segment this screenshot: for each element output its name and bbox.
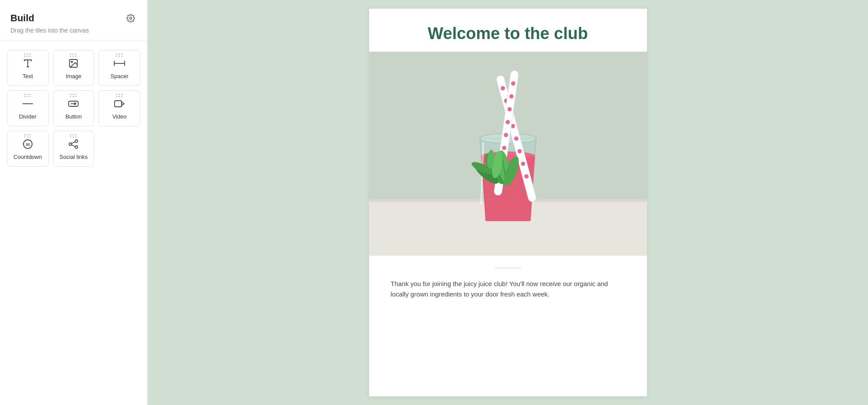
email-body-text: Thank you for joining the juicy juice cl…	[369, 279, 647, 317]
tile-countdown[interactable]: 30 Countdown	[7, 131, 49, 167]
sidebar-header: Build Drag the tiles into the canvas	[0, 0, 147, 41]
email-body-paragraph: Thank you for joining the juicy juice cl…	[391, 279, 625, 300]
spacer-icon	[113, 57, 125, 69]
smoothie-illustration	[369, 52, 647, 256]
drag-handle	[24, 53, 31, 57]
tile-divider[interactable]: Divider	[7, 90, 49, 126]
svg-point-0	[130, 17, 132, 20]
text-icon	[23, 57, 33, 69]
email-divider	[495, 268, 521, 268]
svg-point-17	[75, 146, 78, 148]
sidebar-subtitle: Drag the tiles into the canvas	[10, 27, 137, 34]
svg-point-16	[75, 140, 78, 142]
email-heading-text: Welcome to the club	[386, 24, 630, 43]
tile-divider-label: Divider	[19, 113, 36, 120]
image-icon	[68, 57, 79, 69]
sidebar-title: Build	[10, 13, 34, 24]
svg-rect-11	[115, 101, 122, 107]
drag-handle	[70, 134, 77, 138]
svg-point-4	[71, 61, 73, 63]
tile-countdown-label: Countdown	[13, 154, 42, 160]
email-image-block	[369, 52, 647, 256]
countdown-icon: 30	[22, 138, 33, 150]
tile-video[interactable]: Video	[99, 90, 140, 126]
button-icon	[68, 98, 79, 110]
drag-handle	[70, 53, 77, 57]
tile-button[interactable]: Button	[53, 90, 95, 126]
svg-marker-12	[122, 102, 124, 105]
svg-line-19	[72, 145, 75, 146]
tile-spacer[interactable]: Spacer	[99, 50, 140, 86]
email-heading-block: Welcome to the club	[369, 9, 647, 52]
tile-text[interactable]: Text	[7, 50, 49, 86]
drag-handle	[24, 134, 31, 138]
sidebar: Build Drag the tiles into the canvas	[0, 0, 148, 405]
tile-video-label: Video	[112, 113, 127, 120]
tile-button-label: Button	[66, 113, 82, 120]
drag-handle	[116, 53, 123, 57]
settings-button[interactable]	[125, 12, 137, 24]
tile-social[interactable]: Social links	[53, 131, 95, 167]
svg-line-18	[72, 142, 75, 143]
svg-point-15	[69, 143, 72, 145]
tile-spacer-label: Spacer	[111, 73, 129, 79]
gear-icon	[126, 14, 135, 23]
tile-social-label: Social links	[59, 154, 88, 160]
drag-handle	[116, 94, 123, 97]
tile-image[interactable]: Image	[53, 50, 95, 86]
canvas-area: Welcome to the club	[148, 0, 868, 405]
tiles-grid: Text Image	[0, 41, 147, 175]
tile-image-label: Image	[66, 73, 81, 79]
svg-text:30: 30	[26, 142, 30, 147]
social-icon	[68, 138, 79, 150]
divider-icon	[22, 98, 34, 110]
tile-text-label: Text	[23, 73, 33, 79]
drag-handle	[70, 94, 77, 97]
drag-handle	[24, 94, 31, 97]
email-canvas: Welcome to the club	[369, 9, 647, 396]
video-icon	[114, 98, 125, 110]
